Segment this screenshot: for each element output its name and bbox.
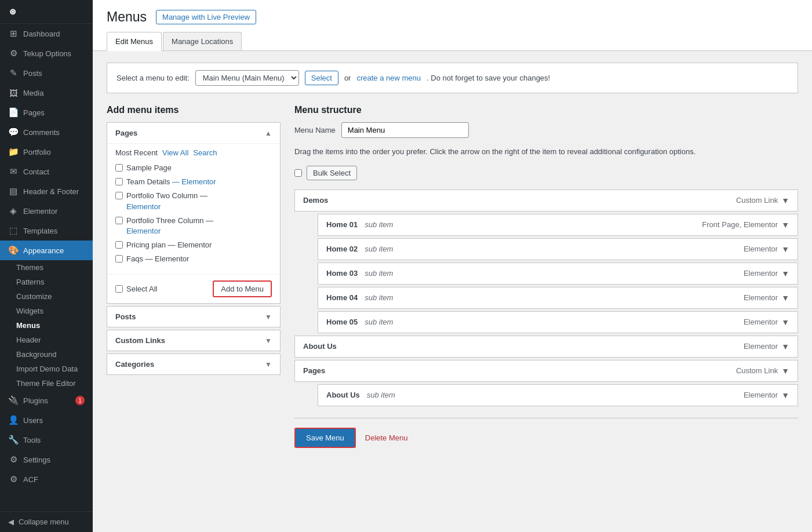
menu-item-home03-name: Home 03: [326, 269, 358, 278]
dashboard-icon: ⊞: [8, 28, 19, 39]
menu-dropdown[interactable]: Main Menu (Main Menu): [195, 70, 299, 86]
create-new-menu-link[interactable]: create a new menu: [356, 74, 421, 82]
list-item: Team Details — Elementor: [115, 177, 272, 187]
sidebar-sub-themes[interactable]: Themes: [0, 260, 93, 275]
home03-meta: Elementor: [744, 269, 778, 278]
sidebar-item-elementor[interactable]: ◈ Elementor: [0, 201, 93, 221]
subtab-search[interactable]: Search: [193, 148, 217, 157]
home01-expand-button[interactable]: ▼: [781, 220, 789, 229]
menu-name-input[interactable]: [341, 122, 469, 138]
sidebar-label-acf: ACF: [23, 475, 38, 484]
accordion-custom-links: Custom Links ▼: [107, 330, 281, 351]
menu-item-pages-top-name: Pages: [303, 366, 325, 375]
sidebar-sub-widgets[interactable]: Widgets: [0, 304, 93, 318]
accordion-custom-links-header[interactable]: Custom Links ▼: [107, 330, 280, 351]
collapse-menu[interactable]: ◀ Collapse menu: [0, 511, 93, 532]
home03-expand-button[interactable]: ▼: [781, 269, 789, 278]
menu-item-home05-right: Elementor ▼: [744, 318, 789, 327]
add-to-menu-button[interactable]: Add to Menu: [213, 280, 272, 297]
page-label-portfolio2: Portfolio Two Column —Elementor: [126, 191, 207, 212]
accordion-pages-header[interactable]: Pages ▲: [107, 123, 280, 143]
pages-top-expand-button[interactable]: ▼: [781, 366, 789, 376]
sidebar-item-pages[interactable]: 📄 Pages: [0, 103, 93, 122]
sidebar-item-plugins[interactable]: 🔌 Plugins 1: [0, 391, 93, 410]
sidebar-item-settings[interactable]: ⚙ Settings: [0, 450, 93, 469]
sidebar-item-tools[interactable]: 🔧 Tools: [0, 430, 93, 450]
menu-item-about-us-name: About Us: [303, 342, 337, 351]
select-button[interactable]: Select: [305, 71, 338, 85]
sidebar-sub-menus[interactable]: Menus: [0, 318, 93, 333]
menu-select-bar: Select a menu to edit: Main Menu (Main M…: [107, 63, 798, 93]
sidebar-item-media[interactable]: 🖼 Media: [0, 83, 93, 103]
menu-name-label: Menu Name: [294, 126, 336, 134]
home02-expand-button[interactable]: ▼: [781, 245, 789, 254]
home05-expand-button[interactable]: ▼: [781, 318, 789, 327]
menu-item-home05-name: Home 05: [326, 318, 358, 326]
about-us-sub-expand-button[interactable]: ▼: [781, 391, 789, 400]
sidebar-item-appearance[interactable]: 🎨 Appearance: [0, 241, 93, 260]
demos-expand-button[interactable]: ▼: [781, 196, 789, 205]
sidebar-item-users[interactable]: 👤 Users: [0, 410, 93, 430]
sidebar-item-contact[interactable]: ✉ Contact: [0, 162, 93, 181]
sidebar-item-tekup-options[interactable]: ⚙ Tekup Options: [0, 43, 93, 63]
accordion-custom-links-label: Custom Links: [115, 336, 165, 345]
accordion-posts-header[interactable]: Posts ▼: [107, 307, 280, 327]
sidebar-item-templates[interactable]: ⬚ Templates: [0, 221, 93, 241]
sidebar-sub-header[interactable]: Header: [0, 333, 93, 347]
sidebar-sub-import-demo[interactable]: Import Demo Data: [0, 362, 93, 376]
menu-item-home01: Home 01 sub item Front Page, Elementor ▼: [318, 214, 798, 236]
elementor-icon: ◈: [8, 206, 19, 216]
bulk-select-checkbox[interactable]: [294, 169, 302, 177]
sidebar-label-comments: Comments: [23, 128, 60, 137]
sidebar-label-tools: Tools: [23, 436, 41, 444]
sidebar-item-acf[interactable]: ⚙ ACF: [0, 469, 93, 489]
wp-logo-icon: ⊛: [9, 7, 16, 16]
page-checkbox-faqs[interactable]: [115, 255, 123, 263]
sidebar-item-header-footer[interactable]: ▤ Header & Footer: [0, 181, 93, 201]
sidebar-item-posts[interactable]: ✎ Posts: [0, 63, 93, 83]
sidebar-item-portfolio[interactable]: 📁 Portfolio: [0, 142, 93, 162]
page-checkbox-pricing[interactable]: [115, 241, 123, 249]
menu-item-demos-left: Demos: [303, 196, 328, 205]
accordion-categories-header[interactable]: Categories ▼: [107, 354, 280, 374]
subtab-most-recent[interactable]: Most Recent: [115, 148, 158, 157]
page-checkbox-portfolio3[interactable]: [115, 217, 123, 224]
collapse-label: Collapse menu: [19, 518, 69, 526]
delete-menu-link[interactable]: Delete Menu: [365, 433, 408, 442]
menu-item-home03-type: sub item: [365, 269, 393, 278]
live-preview-button[interactable]: Manage with Live Preview: [156, 10, 256, 24]
bulk-select-button[interactable]: Bulk Select: [307, 166, 357, 180]
menu-item-home03: Home 03 sub item Elementor ▼: [318, 263, 798, 285]
subtab-view-all[interactable]: View All: [162, 148, 188, 157]
menu-item-home01-name: Home 01: [326, 220, 358, 229]
list-item: Faqs — Elementor: [115, 254, 272, 264]
menu-item-home02-right: Elementor ▼: [744, 245, 789, 254]
settings-icon: ⚙: [8, 454, 19, 465]
sidebar-item-comments[interactable]: 💬 Comments: [0, 122, 93, 142]
sidebar-sub-background[interactable]: Background: [0, 347, 93, 362]
menu-item-home02-left: Home 02 sub item: [326, 245, 393, 253]
about-us-expand-button[interactable]: ▼: [781, 342, 789, 351]
select-all-checkbox[interactable]: [115, 285, 123, 293]
menu-item-home04-left: Home 04 sub item: [326, 293, 393, 302]
tab-edit-menus[interactable]: Edit Menus: [107, 32, 162, 51]
home04-expand-button[interactable]: ▼: [781, 293, 789, 303]
menu-item-home04-right: Elementor ▼: [744, 293, 789, 303]
tab-bar: Edit Menus Manage Locations: [107, 32, 798, 50]
users-icon: 👤: [8, 415, 19, 425]
sidebar-sub-patterns[interactable]: Patterns: [0, 275, 93, 289]
sidebar-item-dashboard[interactable]: ⊞ Dashboard: [0, 24, 93, 43]
sidebar-sub-theme-editor[interactable]: Theme File Editor: [0, 376, 93, 391]
sidebar-sub-customize[interactable]: Customize: [0, 289, 93, 304]
plugins-badge: 1: [75, 396, 85, 405]
page-checkbox-portfolio2[interactable]: [115, 192, 123, 199]
page-checkbox-sample[interactable]: [115, 164, 123, 172]
sidebar-label-settings: Settings: [23, 456, 50, 464]
sidebar-label-users: Users: [23, 416, 43, 425]
menu-item-home02-name: Home 02: [326, 245, 358, 253]
save-menu-button[interactable]: Save Menu: [294, 428, 356, 448]
tab-manage-locations[interactable]: Manage Locations: [163, 32, 242, 50]
page-checkbox-team[interactable]: [115, 178, 123, 185]
sidebar-label-templates: Templates: [23, 227, 57, 235]
page-title: Menus: [107, 9, 147, 25]
